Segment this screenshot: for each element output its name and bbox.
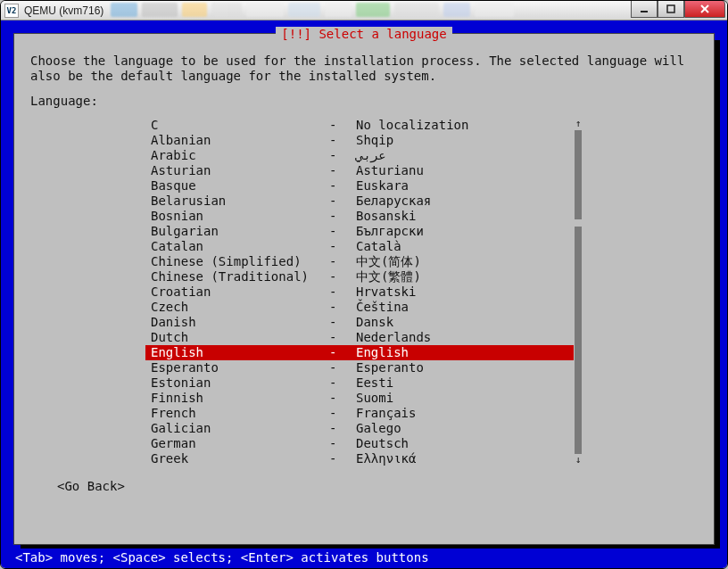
separator: - bbox=[329, 163, 356, 179]
separator: - bbox=[329, 284, 356, 301]
language-name: Galician bbox=[151, 421, 329, 437]
language-name: German bbox=[151, 436, 329, 452]
scroll-up-arrow-icon[interactable]: ↑ bbox=[575, 118, 582, 130]
language-option[interactable]: Asturian-Asturianu bbox=[145, 163, 574, 178]
language-option[interactable]: Arabic-عربي bbox=[145, 148, 574, 163]
language-name: Arabic bbox=[151, 148, 329, 164]
minimize-button[interactable] bbox=[631, 0, 658, 18]
language-option[interactable]: Chinese (Simplified)-中文(简体) bbox=[145, 254, 574, 269]
language-native: Bosanski bbox=[356, 209, 574, 225]
titlebar[interactable]: V2 QEMU (kvm716) bbox=[1, 1, 727, 21]
language-name: Greek bbox=[151, 451, 329, 467]
language-option[interactable]: French-Français bbox=[145, 406, 574, 421]
language-native: 中文(简体) bbox=[356, 254, 574, 270]
language-name: C bbox=[151, 118, 329, 134]
language-option[interactable]: English-English bbox=[145, 345, 574, 360]
separator: - bbox=[329, 421, 356, 437]
footer-help-text: <Tab> moves; <Space> selects; <Enter> ac… bbox=[13, 548, 715, 565]
language-option[interactable]: Albanian-Shqip bbox=[145, 133, 574, 148]
language-option[interactable]: Basque-Euskara bbox=[145, 178, 574, 194]
language-option[interactable]: Bosnian-Bosanski bbox=[145, 209, 574, 224]
separator: - bbox=[329, 254, 356, 270]
language-option[interactable]: Esperanto-Esperanto bbox=[145, 360, 574, 375]
language-name: French bbox=[151, 406, 329, 422]
language-native: Galego bbox=[356, 421, 574, 437]
language-option[interactable]: C-No localization bbox=[145, 118, 574, 133]
language-name: Bulgarian bbox=[151, 224, 329, 240]
language-native: Беларуская bbox=[356, 194, 574, 210]
separator: - bbox=[329, 178, 356, 194]
scroll-down-arrow-icon[interactable]: ↓ bbox=[575, 454, 582, 466]
language-native: Eesti bbox=[356, 375, 574, 392]
language-native: عربي bbox=[356, 148, 574, 164]
separator: - bbox=[329, 269, 356, 285]
minimize-icon bbox=[640, 4, 649, 13]
language-option[interactable]: Dutch-Nederlands bbox=[145, 330, 574, 345]
svg-rect-1 bbox=[667, 5, 674, 12]
language-native: Hrvatski bbox=[356, 284, 574, 301]
maximize-button[interactable] bbox=[658, 0, 684, 18]
language-name: Basque bbox=[151, 178, 329, 194]
language-native: Čeština bbox=[356, 300, 574, 316]
separator: - bbox=[329, 118, 356, 134]
language-name: Danish bbox=[151, 315, 329, 331]
language-native: Esperanto bbox=[356, 360, 574, 376]
separator: - bbox=[329, 315, 356, 331]
language-name: Belarusian bbox=[151, 194, 329, 210]
language-name: Esperanto bbox=[151, 360, 329, 376]
language-dialog: [!!] Select a language Choose the langua… bbox=[13, 33, 715, 545]
language-option[interactable]: Danish-Dansk bbox=[145, 315, 574, 330]
language-option[interactable]: Galician-Galego bbox=[145, 421, 574, 436]
language-native: Asturianu bbox=[356, 163, 574, 179]
separator: - bbox=[329, 194, 356, 210]
language-option[interactable]: Belarusian-Беларуская bbox=[145, 194, 574, 209]
language-name: English bbox=[151, 345, 329, 361]
language-name: Croatian bbox=[151, 284, 329, 301]
language-native: No localization bbox=[356, 118, 574, 134]
language-native: Shqip bbox=[356, 133, 574, 149]
language-option[interactable]: Greek-Ελληνικά bbox=[145, 451, 574, 466]
go-back-button[interactable]: <Go Back> bbox=[57, 479, 698, 495]
language-name: Bosnian bbox=[151, 209, 329, 225]
dialog-title: [!!] Select a language bbox=[276, 27, 451, 43]
language-option[interactable]: Croatian-Hrvatski bbox=[145, 284, 574, 300]
language-name: Catalan bbox=[151, 239, 329, 255]
scrollbar[interactable]: ↑ ↓ bbox=[574, 118, 583, 466]
separator: - bbox=[329, 375, 356, 392]
close-button[interactable] bbox=[684, 0, 725, 18]
language-option[interactable]: Finnish-Suomi bbox=[145, 391, 574, 406]
language-name: Albanian bbox=[151, 133, 329, 149]
separator: - bbox=[329, 300, 356, 316]
language-native: Nederlands bbox=[356, 330, 574, 346]
language-native: Suomi bbox=[356, 391, 574, 407]
separator: - bbox=[329, 133, 356, 149]
language-name: Finnish bbox=[151, 391, 329, 407]
console-frame: [!!] Select a language Choose the langua… bbox=[1, 21, 727, 568]
language-list[interactable]: C-No localizationAlbanian-ShqipArabic-عر… bbox=[145, 118, 574, 466]
language-option[interactable]: German-Deutsch bbox=[145, 436, 574, 451]
language-option[interactable]: Estonian-Eesti bbox=[145, 375, 574, 391]
app-window: V2 QEMU (kvm716) bbox=[0, 0, 728, 569]
language-name: Estonian bbox=[151, 375, 329, 392]
language-option[interactable]: Chinese (Traditional)-中文(繁體) bbox=[145, 269, 574, 284]
language-option[interactable]: Czech-Čeština bbox=[145, 300, 574, 315]
separator: - bbox=[329, 391, 356, 407]
language-native: English bbox=[356, 345, 574, 361]
language-name: Asturian bbox=[151, 163, 329, 179]
separator: - bbox=[329, 345, 356, 361]
language-native: 中文(繁體) bbox=[356, 269, 574, 285]
separator: - bbox=[329, 330, 356, 346]
window-title: QEMU (kvm716) bbox=[24, 4, 103, 17]
language-native: Български bbox=[356, 224, 574, 240]
separator: - bbox=[329, 224, 356, 240]
vnc-icon: V2 bbox=[4, 4, 19, 18]
separator: - bbox=[329, 406, 356, 422]
scrollbar-track[interactable] bbox=[575, 130, 582, 454]
separator: - bbox=[329, 436, 356, 452]
language-option[interactable]: Bulgarian-Български bbox=[145, 224, 574, 239]
separator: - bbox=[329, 451, 356, 467]
language-option[interactable]: Catalan-Català bbox=[145, 239, 574, 254]
language-native: Ελληνικά bbox=[356, 451, 574, 467]
scrollbar-gap bbox=[575, 219, 582, 227]
maximize-icon bbox=[666, 4, 675, 13]
